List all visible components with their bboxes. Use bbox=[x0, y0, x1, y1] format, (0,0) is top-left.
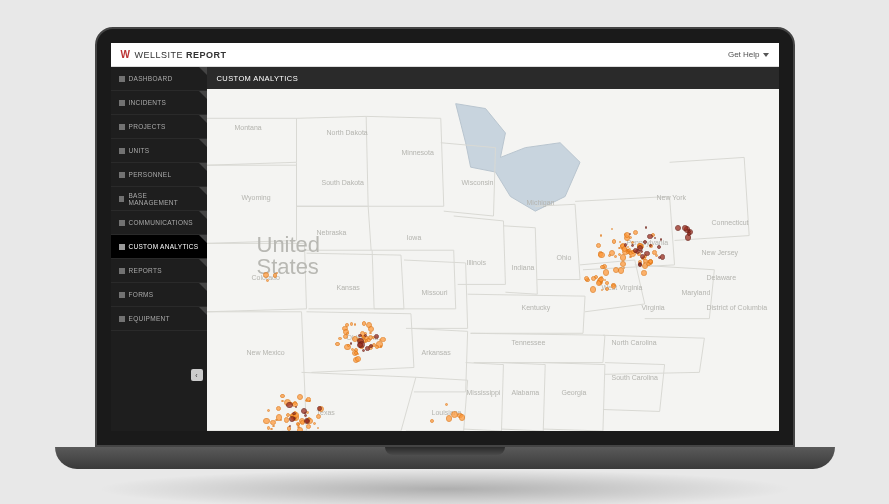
get-help-dropdown[interactable]: Get Help bbox=[728, 50, 769, 59]
folder-icon bbox=[119, 124, 125, 130]
map-data-point[interactable] bbox=[640, 250, 643, 253]
map-data-point[interactable] bbox=[611, 228, 613, 230]
map-data-point[interactable] bbox=[611, 284, 616, 289]
map-data-point[interactable] bbox=[375, 345, 379, 349]
map-data-point[interactable] bbox=[368, 335, 373, 340]
sidebar-item-custom-analytics[interactable]: CUSTOM ANALYTICS bbox=[111, 235, 207, 259]
sidebar-nav: DASHBOARDINCIDENTSPROJECTSUNITSPERSONNEL… bbox=[111, 67, 207, 431]
screen-bezel: W WELLSITE REPORT Get Help DASHBOARDINCI… bbox=[95, 27, 795, 447]
map-data-point[interactable] bbox=[304, 414, 307, 417]
map-data-point[interactable] bbox=[266, 279, 269, 282]
map-data-point[interactable] bbox=[345, 323, 349, 327]
chart-icon bbox=[119, 244, 125, 250]
map-state-label: Iowa bbox=[407, 234, 422, 241]
map-data-point[interactable] bbox=[648, 259, 653, 264]
map-data-point[interactable] bbox=[605, 281, 609, 285]
sidebar-item-label: PROJECTS bbox=[129, 123, 166, 130]
map-data-point[interactable] bbox=[600, 234, 602, 236]
sidebar-item-incidents[interactable]: INCIDENTS bbox=[111, 91, 207, 115]
laptop-frame: W WELLSITE REPORT Get Help DASHBOARDINCI… bbox=[55, 27, 835, 497]
laptop-notch bbox=[385, 447, 505, 455]
map-data-point[interactable] bbox=[380, 345, 383, 348]
map-data-point[interactable] bbox=[598, 252, 605, 259]
sidebar-item-units[interactable]: UNITS bbox=[111, 139, 207, 163]
map-state-label: Mississippi bbox=[467, 389, 501, 396]
map-data-point[interactable] bbox=[620, 254, 627, 261]
map-data-point[interactable] bbox=[350, 322, 354, 326]
map-data-point[interactable] bbox=[369, 344, 373, 348]
map-data-point[interactable] bbox=[446, 415, 453, 422]
map-state-label: New Mexico bbox=[247, 349, 285, 356]
sidebar-item-label: UNITS bbox=[129, 147, 150, 154]
sidebar-item-label: PERSONNEL bbox=[129, 171, 172, 178]
map-data-point[interactable] bbox=[641, 270, 646, 275]
map-state-label: Montana bbox=[235, 124, 262, 131]
map-data-point[interactable] bbox=[647, 234, 652, 239]
map-data-point[interactable] bbox=[306, 397, 311, 402]
sidebar-item-base-management[interactable]: BASE MANAGEMENT bbox=[111, 187, 207, 211]
map-state-label: Tennessee bbox=[512, 339, 546, 346]
map-state-label: Wisconsin bbox=[462, 179, 494, 186]
map-state-label: Indiana bbox=[512, 264, 535, 271]
brand-logo[interactable]: W WELLSITE REPORT bbox=[121, 49, 227, 60]
map-data-point[interactable] bbox=[276, 414, 282, 420]
map-state-label: New Jersey bbox=[702, 249, 739, 256]
map-data-point[interactable] bbox=[660, 238, 662, 240]
map-state-label: New York bbox=[657, 194, 687, 201]
map-data-point[interactable] bbox=[430, 419, 434, 423]
sidebar-item-reports[interactable]: REPORTS bbox=[111, 259, 207, 283]
map-data-point[interactable] bbox=[624, 243, 627, 246]
map-data-point[interactable] bbox=[338, 337, 341, 340]
sidebar-item-communications[interactable]: COMMUNICATIONS bbox=[111, 211, 207, 235]
map-data-point[interactable] bbox=[286, 402, 293, 409]
map-data-point[interactable] bbox=[301, 408, 307, 414]
map-data-point[interactable] bbox=[380, 337, 385, 342]
map-data-point[interactable] bbox=[631, 244, 634, 247]
map-state-label: Wyoming bbox=[242, 194, 271, 201]
map-data-point[interactable] bbox=[273, 273, 278, 278]
map-data-point[interactable] bbox=[649, 244, 652, 247]
map-data-point[interactable] bbox=[354, 323, 357, 326]
map-data-point[interactable] bbox=[629, 233, 631, 235]
sidebar-item-equipment[interactable]: EQUIPMENT bbox=[111, 307, 207, 331]
map-state-label: Arkansas bbox=[422, 349, 451, 356]
map-data-point[interactable] bbox=[263, 418, 269, 424]
sidebar-item-projects[interactable]: PROJECTS bbox=[111, 115, 207, 139]
map-data-point[interactable] bbox=[644, 251, 649, 256]
map-data-point[interactable] bbox=[306, 424, 311, 429]
map-data-point[interactable] bbox=[633, 230, 638, 235]
form-icon bbox=[119, 292, 125, 298]
sidebar-item-label: DASHBOARD bbox=[129, 75, 173, 82]
map-data-point[interactable] bbox=[362, 321, 367, 326]
map-data-point[interactable] bbox=[614, 255, 617, 258]
map-data-point[interactable] bbox=[451, 411, 458, 418]
map-data-point[interactable] bbox=[292, 412, 295, 415]
map-data-point[interactable] bbox=[287, 426, 292, 431]
map-data-point[interactable] bbox=[263, 272, 269, 278]
sidebar-collapse-button[interactable]: ‹ bbox=[191, 369, 203, 381]
map-data-point[interactable] bbox=[596, 243, 601, 248]
map-data-point[interactable] bbox=[374, 334, 379, 339]
map-data-point[interactable] bbox=[675, 225, 681, 231]
map-data-point[interactable] bbox=[270, 420, 275, 425]
map-data-point[interactable] bbox=[605, 287, 609, 291]
sidebar-item-forms[interactable]: FORMS bbox=[111, 283, 207, 307]
sidebar-item-personnel[interactable]: PERSONNEL bbox=[111, 163, 207, 187]
get-help-label: Get Help bbox=[728, 50, 760, 59]
map-data-point[interactable] bbox=[682, 225, 688, 231]
map-data-point[interactable] bbox=[335, 342, 339, 346]
map-data-point[interactable] bbox=[612, 239, 617, 244]
great-lakes bbox=[455, 104, 579, 211]
map-data-point[interactable] bbox=[623, 267, 625, 269]
doc-icon bbox=[119, 268, 125, 274]
map-data-point[interactable] bbox=[317, 406, 322, 411]
brand-name-1: WELLSITE bbox=[134, 50, 183, 60]
map-data-point[interactable] bbox=[304, 418, 310, 424]
map-data-point[interactable] bbox=[618, 247, 620, 249]
sidebar-item-dashboard[interactable]: DASHBOARD bbox=[111, 67, 207, 91]
map-data-point[interactable] bbox=[316, 414, 321, 419]
analytics-map[interactable]: United States North DakotaMontanaSouth D… bbox=[207, 89, 779, 431]
map-state-label: Minnesota bbox=[402, 149, 434, 156]
map-data-point[interactable] bbox=[280, 394, 285, 399]
map-data-point[interactable] bbox=[364, 334, 367, 337]
